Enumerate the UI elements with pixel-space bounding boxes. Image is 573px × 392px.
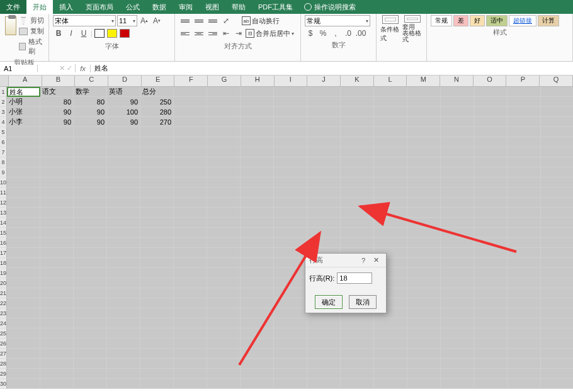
col-header-K[interactable]: K [341,76,374,86]
cell[interactable] [341,117,374,127]
cell[interactable] [541,188,573,198]
cell[interactable] [474,268,508,278]
cell[interactable] [407,248,441,258]
cell[interactable] [474,157,508,167]
cell[interactable] [140,218,174,228]
percent-button[interactable]: % [317,28,329,39]
cell[interactable]: 280 [140,107,174,117]
cell[interactable] [274,167,307,177]
underline-button[interactable]: U [78,28,89,39]
cell[interactable] [341,177,374,188]
cell[interactable] [7,308,40,318]
cell[interactable] [74,228,107,238]
cell[interactable] [207,117,241,127]
cell[interactable] [441,117,474,127]
col-header-J[interactable]: J [307,76,341,86]
row-header-24[interactable]: 24 [0,318,7,328]
cell[interactable] [174,379,207,389]
cell[interactable] [107,278,140,288]
cell[interactable] [508,379,541,389]
cell[interactable] [40,127,74,137]
cell[interactable] [307,107,341,117]
cell[interactable] [274,137,307,147]
cell[interactable] [374,218,407,228]
cell[interactable] [341,127,374,137]
cell[interactable] [174,318,207,328]
cell[interactable] [374,127,407,137]
col-header-C[interactable]: C [75,76,108,86]
cell[interactable] [508,248,541,258]
cell[interactable] [74,339,107,349]
ok-button[interactable]: 确定 [315,295,343,309]
row-header-11[interactable]: 11 [0,188,7,198]
cell[interactable] [307,328,341,339]
cell[interactable] [508,157,541,167]
cell[interactable] [7,268,40,278]
format-painter-button[interactable]: 格式刷 [19,36,45,57]
cell[interactable] [140,308,174,318]
col-header-N[interactable]: N [440,76,474,86]
cell[interactable] [74,147,107,157]
cell[interactable] [374,238,407,248]
row-header-27[interactable]: 27 [0,349,7,359]
cell[interactable] [407,379,441,389]
cell[interactable] [174,87,207,97]
cell[interactable] [274,87,307,97]
cell[interactable] [7,298,40,308]
cell[interactable] [407,87,441,97]
cell[interactable] [107,188,140,198]
cell[interactable] [441,107,474,117]
cell[interactable] [508,308,541,318]
cell[interactable] [474,328,508,339]
cell[interactable] [40,349,74,359]
cell[interactable] [107,328,140,339]
cell[interactable] [174,137,207,147]
cell[interactable] [341,238,374,248]
cell[interactable] [441,288,474,298]
row-header-3[interactable]: 3 [0,107,7,117]
cell[interactable] [7,188,40,198]
cell[interactable] [374,208,407,218]
cell[interactable] [7,137,40,147]
cell[interactable] [407,349,441,359]
cell[interactable] [474,359,508,369]
fill-color-button[interactable] [106,28,118,39]
cell[interactable] [174,238,207,248]
cell[interactable] [40,248,74,258]
cell[interactable] [274,339,307,349]
cell[interactable] [174,349,207,359]
row-header-15[interactable]: 15 [0,228,7,238]
cell[interactable] [407,117,441,127]
cell[interactable] [207,248,241,258]
row-header-30[interactable]: 30 [0,379,7,389]
tab-page-layout[interactable]: 页面布局 [79,0,120,14]
cell[interactable] [541,349,573,359]
cell[interactable] [441,198,474,208]
cell[interactable] [374,359,407,369]
cell[interactable] [541,177,573,188]
cell[interactable] [508,167,541,177]
cell[interactable] [474,167,508,177]
increase-decimal-button[interactable]: .0 [343,28,354,39]
cell[interactable] [241,167,274,177]
cell[interactable] [207,198,241,208]
cell[interactable] [174,339,207,349]
cell[interactable] [107,228,140,238]
cell[interactable] [441,87,474,97]
cell[interactable] [441,188,474,198]
cell[interactable] [508,127,541,137]
cell[interactable] [341,87,374,97]
cell[interactable] [241,278,274,288]
cell[interactable] [241,379,274,389]
cell[interactable] [140,369,174,379]
cell[interactable] [107,318,140,328]
cell[interactable] [307,97,341,107]
col-header-P[interactable]: P [506,76,540,86]
cell[interactable] [174,147,207,157]
cell[interactable] [207,167,241,177]
col-header-L[interactable]: L [374,76,407,86]
cell[interactable] [274,369,307,379]
cell[interactable] [474,379,508,389]
cell[interactable] [140,248,174,258]
row-header-6[interactable]: 6 [0,137,7,147]
